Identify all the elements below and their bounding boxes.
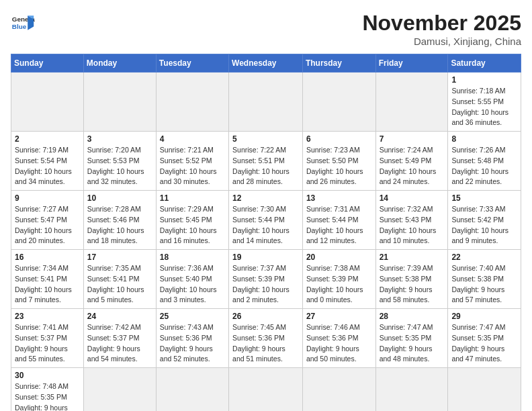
- day-info: Sunrise: 7:35 AM Sunset: 5:41 PM Dayligh…: [87, 263, 152, 306]
- day-info: Sunrise: 7:41 AM Sunset: 5:37 PM Dayligh…: [15, 322, 80, 365]
- calendar-cell: 20Sunrise: 7:38 AM Sunset: 5:39 PM Dayli…: [302, 250, 375, 309]
- day-number: 24: [87, 312, 152, 321]
- calendar-cell: 10Sunrise: 7:28 AM Sunset: 5:46 PM Dayli…: [83, 191, 156, 250]
- day-number: 14: [380, 193, 445, 203]
- calendar-cell: [229, 368, 303, 412]
- svg-text:Blue: Blue: [12, 23, 27, 30]
- day-number: 26: [232, 312, 299, 321]
- day-info: Sunrise: 7:36 AM Sunset: 5:40 PM Dayligh…: [160, 263, 225, 306]
- day-info: Sunrise: 7:29 AM Sunset: 5:45 PM Dayligh…: [160, 204, 225, 246]
- day-header-monday: Monday: [83, 54, 156, 73]
- calendar-cell: 22Sunrise: 7:40 AM Sunset: 5:38 PM Dayli…: [448, 250, 521, 309]
- day-number: 11: [160, 193, 225, 203]
- day-info: Sunrise: 7:47 AM Sunset: 5:35 PM Dayligh…: [380, 322, 445, 365]
- calendar-cell: [83, 73, 156, 132]
- day-number: 12: [232, 193, 299, 203]
- day-number: 10: [87, 193, 152, 203]
- calendar-cell: 26Sunrise: 7:45 AM Sunset: 5:36 PM Dayli…: [229, 309, 303, 368]
- day-info: Sunrise: 7:40 AM Sunset: 5:38 PM Dayligh…: [451, 263, 517, 306]
- day-info: Sunrise: 7:18 AM Sunset: 5:55 PM Dayligh…: [451, 86, 517, 128]
- calendar-cell: 9Sunrise: 7:27 AM Sunset: 5:47 PM Daylig…: [11, 191, 84, 250]
- day-info: Sunrise: 7:28 AM Sunset: 5:46 PM Dayligh…: [87, 204, 152, 246]
- calendar-cell: 18Sunrise: 7:36 AM Sunset: 5:40 PM Dayli…: [156, 250, 228, 309]
- day-info: Sunrise: 7:19 AM Sunset: 5:54 PM Dayligh…: [15, 145, 80, 187]
- day-number: 3: [87, 134, 152, 144]
- day-number: 23: [15, 312, 80, 321]
- day-number: 28: [380, 312, 445, 321]
- calendar-cell: 23Sunrise: 7:41 AM Sunset: 5:37 PM Dayli…: [11, 309, 84, 368]
- day-info: Sunrise: 7:47 AM Sunset: 5:35 PM Dayligh…: [451, 322, 517, 365]
- day-number: 15: [451, 193, 517, 203]
- day-info: Sunrise: 7:22 AM Sunset: 5:51 PM Dayligh…: [232, 145, 299, 187]
- calendar-cell: 12Sunrise: 7:30 AM Sunset: 5:44 PM Dayli…: [229, 191, 303, 250]
- day-number: 20: [306, 253, 372, 262]
- calendar-cell: [302, 73, 375, 132]
- calendar-cell: 28Sunrise: 7:47 AM Sunset: 5:35 PM Dayli…: [375, 309, 448, 368]
- day-number: 29: [451, 312, 517, 321]
- calendar-cell: 29Sunrise: 7:47 AM Sunset: 5:35 PM Dayli…: [448, 309, 521, 368]
- day-info: Sunrise: 7:30 AM Sunset: 5:44 PM Dayligh…: [232, 204, 299, 246]
- day-info: Sunrise: 7:42 AM Sunset: 5:37 PM Dayligh…: [87, 322, 152, 365]
- calendar-cell: [83, 368, 156, 412]
- day-info: Sunrise: 7:37 AM Sunset: 5:39 PM Dayligh…: [232, 263, 299, 306]
- calendar-cell: [229, 73, 303, 132]
- calendar-week-2: 2Sunrise: 7:19 AM Sunset: 5:54 PM Daylig…: [11, 132, 521, 191]
- calendar-cell: 25Sunrise: 7:43 AM Sunset: 5:36 PM Dayli…: [156, 309, 228, 368]
- logo: General Blue: [11, 11, 35, 35]
- day-header-friday: Friday: [375, 54, 448, 73]
- day-info: Sunrise: 7:26 AM Sunset: 5:48 PM Dayligh…: [451, 145, 517, 187]
- day-number: 4: [160, 134, 225, 144]
- day-number: 22: [451, 253, 517, 262]
- calendar-cell: 1Sunrise: 7:18 AM Sunset: 5:55 PM Daylig…: [448, 73, 521, 132]
- calendar-week-6: 30Sunrise: 7:48 AM Sunset: 5:35 PM Dayli…: [11, 368, 521, 412]
- calendar-cell: 7Sunrise: 7:24 AM Sunset: 5:49 PM Daylig…: [375, 132, 448, 191]
- calendar-cell: [375, 368, 448, 412]
- day-info: Sunrise: 7:20 AM Sunset: 5:53 PM Dayligh…: [87, 145, 152, 187]
- logo-icon: General Blue: [11, 11, 35, 35]
- calendar-week-4: 16Sunrise: 7:34 AM Sunset: 5:41 PM Dayli…: [11, 250, 521, 309]
- title-area: November 2025 Damusi, Xinjiang, China: [362, 11, 521, 47]
- month-title: November 2025: [362, 11, 521, 36]
- calendar-week-1: 1Sunrise: 7:18 AM Sunset: 5:55 PM Daylig…: [11, 73, 521, 132]
- calendar-cell: 15Sunrise: 7:33 AM Sunset: 5:42 PM Dayli…: [448, 191, 521, 250]
- calendar-table: SundayMondayTuesdayWednesdayThursdayFrid…: [11, 54, 521, 411]
- day-info: Sunrise: 7:38 AM Sunset: 5:39 PM Dayligh…: [306, 263, 372, 306]
- calendar-cell: 19Sunrise: 7:37 AM Sunset: 5:39 PM Dayli…: [229, 250, 303, 309]
- calendar-cell: [11, 73, 84, 132]
- day-info: Sunrise: 7:39 AM Sunset: 5:38 PM Dayligh…: [380, 263, 445, 306]
- day-header-saturday: Saturday: [448, 54, 521, 73]
- day-info: Sunrise: 7:31 AM Sunset: 5:44 PM Dayligh…: [306, 204, 372, 246]
- header: General Blue November 2025 Damusi, Xinji…: [11, 11, 521, 47]
- day-info: Sunrise: 7:27 AM Sunset: 5:47 PM Dayligh…: [15, 204, 80, 246]
- day-number: 21: [380, 253, 445, 262]
- day-info: Sunrise: 7:46 AM Sunset: 5:36 PM Dayligh…: [306, 322, 372, 365]
- calendar-cell: [302, 368, 375, 412]
- calendar-cell: 5Sunrise: 7:22 AM Sunset: 5:51 PM Daylig…: [229, 132, 303, 191]
- calendar-cell: [156, 368, 228, 412]
- day-info: Sunrise: 7:21 AM Sunset: 5:52 PM Dayligh…: [160, 145, 225, 187]
- calendar-cell: 16Sunrise: 7:34 AM Sunset: 5:41 PM Dayli…: [11, 250, 84, 309]
- location-title: Damusi, Xinjiang, China: [362, 36, 521, 47]
- calendar-cell: 14Sunrise: 7:32 AM Sunset: 5:43 PM Dayli…: [375, 191, 448, 250]
- day-number: 13: [306, 193, 372, 203]
- day-number: 30: [15, 371, 80, 380]
- days-header-row: SundayMondayTuesdayWednesdayThursdayFrid…: [11, 54, 521, 73]
- day-info: Sunrise: 7:48 AM Sunset: 5:35 PM Dayligh…: [15, 381, 80, 411]
- day-number: 6: [306, 134, 372, 144]
- day-header-wednesday: Wednesday: [229, 54, 303, 73]
- day-info: Sunrise: 7:34 AM Sunset: 5:41 PM Dayligh…: [15, 263, 80, 306]
- calendar-week-3: 9Sunrise: 7:27 AM Sunset: 5:47 PM Daylig…: [11, 191, 521, 250]
- day-number: 2: [15, 134, 80, 144]
- day-info: Sunrise: 7:43 AM Sunset: 5:36 PM Dayligh…: [160, 322, 225, 365]
- calendar-week-5: 23Sunrise: 7:41 AM Sunset: 5:37 PM Dayli…: [11, 309, 521, 368]
- calendar-cell: 4Sunrise: 7:21 AM Sunset: 5:52 PM Daylig…: [156, 132, 228, 191]
- day-number: 5: [232, 134, 299, 144]
- day-info: Sunrise: 7:24 AM Sunset: 5:49 PM Dayligh…: [380, 145, 445, 187]
- day-number: 16: [15, 253, 80, 262]
- day-header-tuesday: Tuesday: [156, 54, 228, 73]
- calendar-cell: [156, 73, 228, 132]
- calendar-cell: 3Sunrise: 7:20 AM Sunset: 5:53 PM Daylig…: [83, 132, 156, 191]
- calendar-cell: 24Sunrise: 7:42 AM Sunset: 5:37 PM Dayli…: [83, 309, 156, 368]
- calendar-cell: 17Sunrise: 7:35 AM Sunset: 5:41 PM Dayli…: [83, 250, 156, 309]
- calendar-cell: 30Sunrise: 7:48 AM Sunset: 5:35 PM Dayli…: [11, 368, 84, 412]
